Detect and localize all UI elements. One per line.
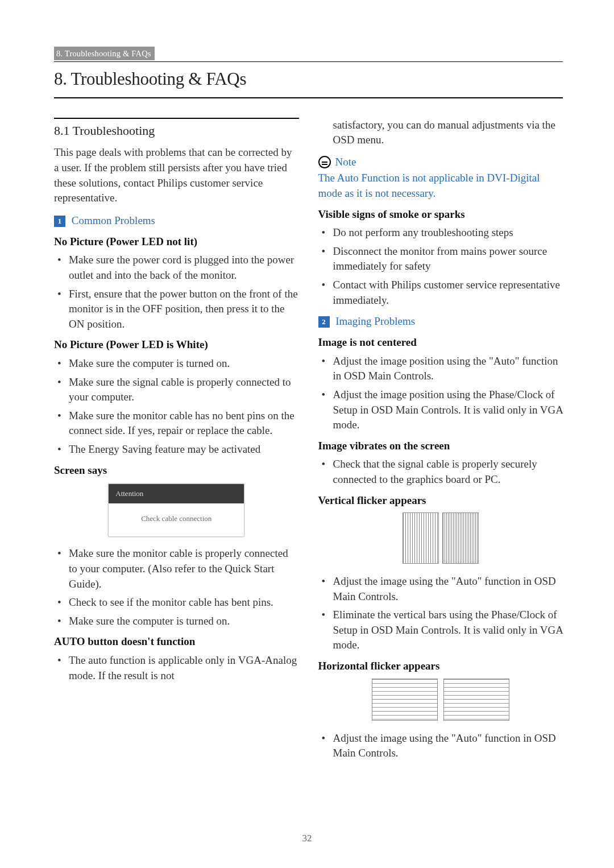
list-item: Contact with Philips customer service re… [318, 278, 563, 308]
sub-heading: Screen says [54, 463, 299, 478]
flicker-screen-icon [442, 512, 479, 564]
sub-heading: Visible signs of smoke or sparks [318, 207, 563, 222]
list-item: Check to see if the monitor cable has be… [54, 595, 299, 610]
list-item: Adjust the image using the "Auto" functi… [318, 731, 563, 761]
sub-heading: Image vibrates on the screen [318, 439, 563, 454]
two-column-layout: 8.1 Troubleshooting This page deals with… [54, 118, 563, 766]
list-item: Disconnect the monitor from mains power … [318, 244, 563, 274]
flicker-screen-icon [372, 679, 438, 721]
note-row: Note [318, 155, 563, 170]
breadcrumb: 8. Troubleshooting & FAQs [54, 47, 155, 60]
bullet-list: The auto function is applicable only in … [54, 653, 299, 683]
bullet-list: Make sure the computer is turned on. Mak… [54, 356, 299, 457]
flicker-screen-icon [443, 679, 509, 721]
flicker-screen-icon [403, 512, 439, 564]
bullet-list: Adjust the image position using the "Aut… [318, 354, 563, 433]
bullet-list: Make sure the monitor cable is properly … [54, 546, 299, 629]
list-item: Make sure the power cord is plugged into… [54, 253, 299, 283]
list-item: Check that the signal cable is properly … [318, 457, 563, 487]
chapter-title: 8. Troubleshooting & FAQs [54, 64, 563, 98]
imaging-problems-row: 2 Imaging Problems [318, 313, 563, 329]
page-root: 8. Troubleshooting & FAQs 8. Troubleshoo… [0, 0, 614, 788]
note-label: Note [335, 155, 356, 170]
intro-paragraph: This page deals with problems that can b… [54, 145, 299, 205]
sub-heading: AUTO button doesn't function [54, 634, 299, 650]
continuation-text: satisfactory, you can do manual adjustme… [318, 118, 563, 148]
right-column: satisfactory, you can do manual adjustme… [318, 118, 563, 766]
list-item: The auto function is applicable only in … [54, 653, 299, 683]
section-title: 8.1 Troubleshooting [54, 122, 299, 140]
horizontal-flicker-figure [367, 679, 515, 724]
bullet-list: Check that the signal cable is properly … [318, 457, 563, 487]
page-number: 32 [0, 832, 614, 845]
attention-body: Check cable connection [109, 503, 244, 536]
list-item: Make sure the computer is turned on. [54, 614, 299, 629]
common-problems-row: 1 Common Problems [54, 213, 299, 229]
bullet-list: Adjust the image using the "Auto" functi… [318, 574, 563, 653]
bullet-list: Make sure the power cord is plugged into… [54, 253, 299, 332]
sub-heading: No Picture (Power LED not lit) [54, 234, 299, 250]
attention-dialog: Attention Check cable connection [108, 483, 244, 537]
badge-2-icon: 2 [318, 316, 330, 328]
breadcrumb-underline [54, 61, 563, 62]
list-item: Adjust the image position using the Phas… [318, 387, 563, 433]
list-item: Make sure the computer is turned on. [54, 356, 299, 371]
vertical-flicker-figure [398, 512, 483, 567]
imaging-problems-label: Imaging Problems [335, 316, 415, 328]
list-item: Adjust the image using the "Auto" functi… [318, 574, 563, 604]
note-text: The Auto Function is not applicable in D… [318, 171, 563, 201]
sub-heading: No Picture (Power LED is White) [54, 337, 299, 353]
breadcrumb-wrap: 8. Troubleshooting & FAQs [54, 46, 563, 61]
badge-1-icon: 1 [54, 216, 65, 227]
list-item: Make sure the signal cable is properly c… [54, 375, 299, 405]
list-item: First, ensure that the power button on t… [54, 287, 299, 332]
bullet-list: Adjust the image using the "Auto" functi… [318, 731, 563, 761]
sub-heading: Vertical flicker appears [318, 493, 563, 509]
sub-heading: Image is not centered [318, 335, 563, 350]
sub-heading: Horizontal flicker appears [318, 659, 563, 674]
list-item: Adjust the image position using the "Aut… [318, 354, 563, 384]
list-item: Make sure the monitor cable has no bent … [54, 408, 299, 439]
bullet-list: Do not perform any troubleshooting steps… [318, 225, 563, 308]
common-problems-label: Common Problems [72, 214, 155, 226]
list-item: Make sure the monitor cable is properly … [54, 546, 299, 592]
list-item: The Energy Saving feature may be activat… [54, 442, 299, 457]
left-column: 8.1 Troubleshooting This page deals with… [54, 118, 299, 766]
attention-title: Attention [109, 484, 244, 503]
list-item: Do not perform any troubleshooting steps [318, 225, 563, 241]
note-icon [318, 156, 331, 168]
section-rule [54, 118, 299, 119]
list-item: Eliminate the vertical bars using the Ph… [318, 607, 563, 653]
